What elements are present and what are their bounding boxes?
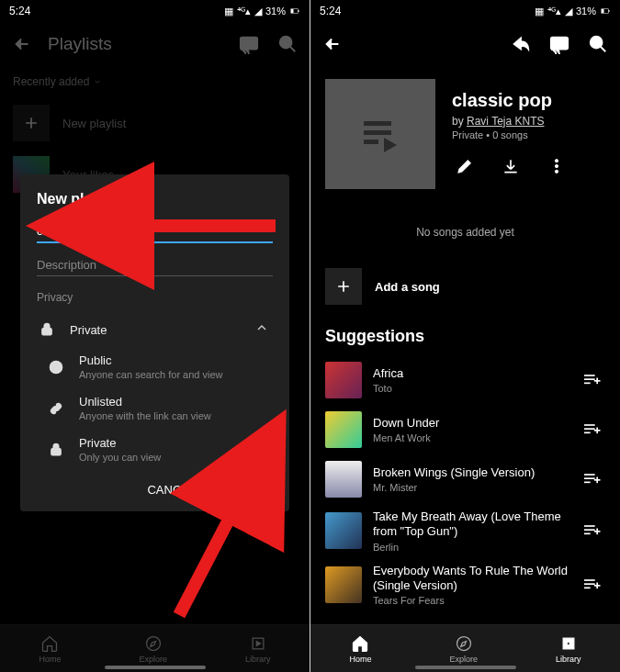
status-time: 5:24 (9, 5, 30, 17)
lock-icon (37, 321, 57, 338)
globe-icon (46, 359, 66, 375)
gesture-bar (415, 666, 516, 669)
svg-point-18 (591, 37, 603, 49)
svg-line-11 (179, 500, 239, 615)
svg-rect-45 (584, 579, 595, 581)
top-bar: Playlists (0, 22, 310, 66)
svg-rect-16 (609, 10, 610, 12)
link-icon (46, 400, 66, 417)
empty-message: No songs added yet (310, 198, 620, 261)
cast-icon[interactable] (547, 31, 572, 57)
search-icon[interactable] (585, 31, 611, 57)
edit-icon[interactable] (452, 153, 478, 179)
song-thumb (325, 461, 362, 498)
svg-rect-31 (584, 428, 595, 430)
svg-rect-44 (594, 531, 601, 532)
privacy-option-private[interactable]: Private Only you can view (37, 429, 273, 470)
playlist-header: classic pop by Ravi Teja KNTS Private • … (310, 66, 620, 198)
suggestion-row[interactable]: Down UnderMen At Work (310, 405, 620, 454)
nav-home[interactable]: Home (39, 634, 61, 664)
svg-rect-26 (584, 378, 595, 380)
new-playlist-modal: New playlist classic pop Description Pri… (20, 174, 289, 511)
nav-home[interactable]: Home (349, 634, 371, 664)
svg-rect-49 (594, 585, 601, 587)
svg-rect-1 (291, 9, 294, 13)
svg-point-50 (457, 636, 470, 650)
song-thumb (325, 411, 362, 448)
suggestion-row[interactable]: Broken Wings (Single Version)Mr. Mister (310, 454, 620, 504)
svg-rect-7 (51, 448, 62, 455)
song-thumb (325, 362, 362, 398)
plus-icon (13, 105, 50, 141)
svg-rect-20 (364, 130, 391, 135)
phone-left: 5:24 ▦⁴ᴳ▴◢ 31% Playlists Recently added (0, 0, 310, 672)
privacy-selected[interactable]: Private (37, 313, 273, 346)
svg-rect-34 (594, 430, 601, 431)
nav-library[interactable]: Library (556, 634, 581, 664)
svg-point-4 (280, 37, 292, 49)
privacy-option-public[interactable]: Public Anyone can search for and view (37, 346, 273, 387)
add-to-playlist-icon[interactable] (581, 374, 605, 386)
suggestion-row[interactable]: Take My Breath Away (Love Theme from "To… (310, 504, 620, 558)
svg-rect-46 (584, 583, 595, 585)
privacy-option-unlisted[interactable]: Unlisted Anyone with the link can view (37, 387, 273, 429)
search-icon[interactable] (275, 31, 300, 57)
svg-rect-21 (364, 140, 378, 144)
download-icon[interactable] (498, 153, 524, 179)
share-icon[interactable] (508, 31, 534, 57)
status-battery: 31% (265, 6, 286, 17)
nav-explore[interactable]: Explore (139, 634, 167, 664)
svg-rect-19 (364, 121, 391, 126)
playlist-author[interactable]: Ravi Teja KNTS (467, 115, 544, 128)
gesture-bar (105, 666, 206, 669)
playlist-art (325, 79, 435, 189)
status-bar: 5:24 ▦⁴ᴳ▴◢ 31% (310, 0, 620, 22)
cast-icon[interactable] (236, 31, 262, 57)
add-to-playlist-icon[interactable] (581, 473, 605, 486)
svg-rect-32 (584, 432, 591, 434)
svg-rect-27 (584, 383, 591, 385)
suggestion-row[interactable]: Everybody Wants To Rule The World (Singl… (310, 558, 620, 612)
playlist-desc-field[interactable]: Description (37, 258, 273, 276)
cancel-button[interactable]: CANCEL (147, 483, 196, 497)
status-time: 5:24 (320, 5, 341, 17)
back-icon[interactable] (9, 31, 35, 57)
svg-point-22 (555, 159, 558, 162)
playlist-by: by Ravi Teja KNTS (452, 115, 605, 128)
page-title: Playlists (48, 34, 112, 54)
chevron-up-icon (254, 320, 273, 339)
status-battery: 31% (576, 6, 596, 17)
sort-dropdown[interactable]: Recently added (13, 70, 297, 97)
svg-rect-29 (594, 380, 601, 382)
svg-rect-35 (584, 474, 595, 476)
svg-point-12 (146, 636, 160, 650)
add-song-row[interactable]: Add a song (310, 261, 620, 312)
status-icons: ▦⁴ᴳ▴◢ 31% (224, 6, 300, 17)
suggestions-title: Suggestions (310, 312, 620, 355)
nav-library[interactable]: Library (245, 634, 271, 664)
nav-explore[interactable]: Explore (449, 634, 478, 664)
back-icon[interactable] (320, 31, 345, 57)
svg-rect-15 (602, 9, 604, 13)
create-button[interactable]: CREATE (220, 483, 267, 497)
svg-rect-47 (584, 587, 591, 588)
plus-icon (325, 268, 362, 305)
new-playlist-row[interactable]: New playlist (13, 97, 297, 149)
add-to-playlist-icon[interactable] (581, 578, 605, 591)
add-to-playlist-icon[interactable] (581, 524, 605, 537)
suggestion-row[interactable]: AfricaToto (310, 355, 620, 405)
svg-point-24 (555, 170, 558, 173)
svg-rect-39 (594, 479, 601, 481)
modal-title: New playlist (37, 191, 273, 207)
phone-right: 5:24 ▦⁴ᴳ▴◢ 31% classic pop by Ravi Teja … (310, 0, 620, 672)
svg-rect-5 (42, 329, 52, 336)
privacy-label: Privacy (37, 291, 273, 304)
svg-rect-41 (584, 530, 595, 532)
add-to-playlist-icon[interactable] (581, 423, 605, 436)
playlist-name-field[interactable]: classic pop (37, 224, 273, 243)
more-icon[interactable] (544, 153, 569, 179)
top-bar (310, 22, 620, 66)
svg-point-23 (555, 164, 558, 167)
playlist-sub: Private • 0 songs (452, 129, 605, 140)
svg-rect-42 (584, 533, 591, 535)
